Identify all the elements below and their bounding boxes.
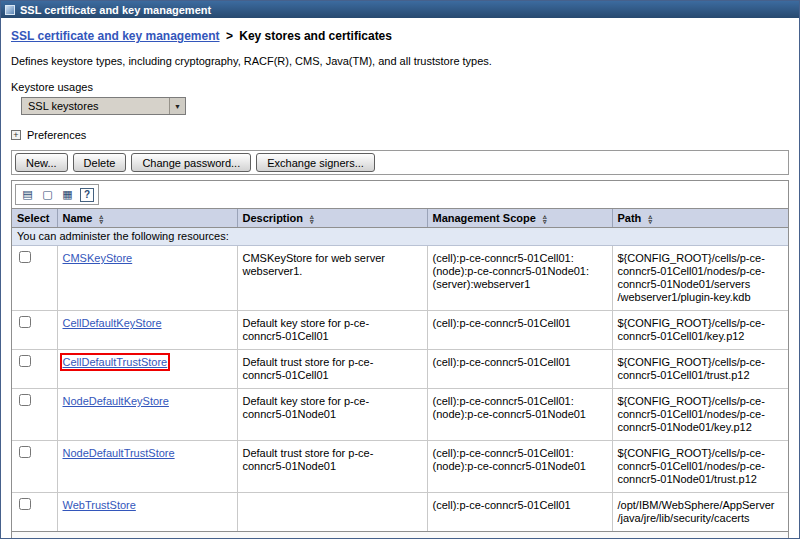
select-all-icon[interactable]: ▤ xyxy=(20,187,35,202)
description-cell: Default trust store for p-ce- conncr5-01… xyxy=(237,441,427,493)
table-header-row: Select Name ▵▿ Description ▵▿ Management… xyxy=(12,209,788,228)
app-window: SSL certificate and key management SSL c… xyxy=(0,0,800,539)
expand-icon[interactable]: + xyxy=(11,130,21,140)
keystore-link[interactable]: CellDefaultKeyStore xyxy=(63,317,162,329)
admin-note: You can administer the following resourc… xyxy=(12,228,788,246)
deselect-all-icon[interactable]: ▢ xyxy=(40,187,55,202)
page-content: SSL certificate and key management > Key… xyxy=(1,18,799,539)
select-cell xyxy=(12,311,57,350)
row-checkbox[interactable] xyxy=(19,446,31,458)
new-button[interactable]: New... xyxy=(15,153,68,172)
scope-cell: (cell):p-ce-conncr5-01Cell01 xyxy=(427,311,612,350)
sort-icon[interactable]: ▵▿ xyxy=(310,214,314,224)
header-path: Path ▵▿ xyxy=(612,209,788,228)
breadcrumb-link[interactable]: SSL certificate and key management xyxy=(11,29,220,43)
breadcrumb-separator: > xyxy=(226,29,233,43)
scope-cell: (cell):p-ce-conncr5-01Cell01: (node):p-c… xyxy=(427,246,612,311)
description-cell xyxy=(237,493,427,532)
table-row: NodeDefaultTrustStore Default trust stor… xyxy=(12,441,788,493)
row-checkbox[interactable] xyxy=(19,498,31,510)
row-checkbox[interactable] xyxy=(19,394,31,406)
description-cell: Default key store for p-ce- conncr5-01Ce… xyxy=(237,311,427,350)
keystore-link[interactable]: NodeDefaultTrustStore xyxy=(63,447,175,459)
scope-cell: (cell):p-ce-conncr5-01Cell01 xyxy=(427,350,612,389)
keystore-link[interactable]: WebTrustStore xyxy=(63,499,136,511)
keystores-table: Select Name ▵▿ Description ▵▿ Management… xyxy=(12,209,788,531)
path-cell: ${CONFIG_ROOT}/cells/p-ce- conncr5-01Cel… xyxy=(612,246,788,311)
path-cell: /opt/IBM/WebSphere/AppServer /java/jre/l… xyxy=(612,493,788,532)
select-cell xyxy=(12,246,57,311)
sort-icon[interactable]: ▵▿ xyxy=(648,214,652,224)
sort-icon[interactable]: ▵▿ xyxy=(543,214,547,224)
preferences-section[interactable]: + Preferences xyxy=(11,129,789,141)
table-row: CMSKeyStore CMSKeyStore for web server w… xyxy=(12,246,788,311)
description-cell: Default key store for p-ce- conncr5-01No… xyxy=(237,389,427,441)
breadcrumb: SSL certificate and key management > Key… xyxy=(11,29,789,43)
table-row: WebTrustStore (cell):p-ce-conncr5-01Cell… xyxy=(12,493,788,532)
admin-note-row: You can administer the following resourc… xyxy=(12,228,788,246)
keystore-usages-label: Keystore usages xyxy=(11,81,789,93)
select-cell xyxy=(12,389,57,441)
scope-cell: (cell):p-ce-conncr5-01Cell01: (node):p-c… xyxy=(427,389,612,441)
filter-icon[interactable]: ▦ xyxy=(60,187,75,202)
path-cell: ${CONFIG_ROOT}/cells/p-ce- conncr5-01Cel… xyxy=(612,311,788,350)
description-cell: Default trust store for p-ce- conncr5-01… xyxy=(237,350,427,389)
window-title: SSL certificate and key management xyxy=(20,4,211,16)
help-icon[interactable]: ? xyxy=(80,188,94,202)
select-cell xyxy=(12,350,57,389)
header-select: Select xyxy=(12,209,57,228)
select-cell xyxy=(12,441,57,493)
keystores-table-frame: ▤ ▢ ▦ ? Select Name ▵▿ Descri xyxy=(11,180,789,532)
keystore-link[interactable]: CMSKeyStore xyxy=(63,252,133,264)
name-cell: NodeDefaultKeyStore xyxy=(57,389,237,441)
scope-cell: (cell):p-ce-conncr5-01Cell01: (node):p-c… xyxy=(427,441,612,493)
name-cell: CellDefaultKeyStore xyxy=(57,311,237,350)
window-titlebar: SSL certificate and key management xyxy=(1,1,799,18)
action-button-bar: New... Delete Change password... Exchang… xyxy=(11,150,789,175)
header-description: Description ▵▿ xyxy=(237,209,427,228)
select-value: SSL keystores xyxy=(28,100,99,112)
table-toolbar: ▤ ▢ ▦ ? xyxy=(12,181,788,209)
row-checkbox[interactable] xyxy=(19,251,31,263)
dropdown-arrow-icon[interactable]: ▼ xyxy=(169,98,185,114)
table-toolbar-icons: ▤ ▢ ▦ ? xyxy=(15,184,99,205)
header-management-scope: Management Scope ▵▿ xyxy=(427,209,612,228)
table-row: CellDefaultKeyStore Default key store fo… xyxy=(12,311,788,350)
path-cell: ${CONFIG_ROOT}/cells/p-ce- conncr5-01Cel… xyxy=(612,389,788,441)
preferences-label: Preferences xyxy=(27,129,86,141)
page-description: Defines keystore types, including crypto… xyxy=(11,55,789,67)
exchange-signers-button[interactable]: Exchange signers... xyxy=(256,153,375,172)
description-cell: CMSKeyStore for web server webserver1. xyxy=(237,246,427,311)
name-cell: NodeDefaultTrustStore xyxy=(57,441,237,493)
window-icon xyxy=(5,5,15,15)
row-checkbox[interactable] xyxy=(19,355,31,367)
table-total: Total 6 xyxy=(11,532,789,539)
select-cell xyxy=(12,493,57,532)
keystore-link[interactable]: NodeDefaultKeyStore xyxy=(63,395,169,407)
keystore-link-highlighted[interactable]: CellDefaultTrustStore xyxy=(63,356,168,368)
name-cell: CMSKeyStore xyxy=(57,246,237,311)
page-title: Key stores and certificates xyxy=(239,29,392,43)
name-cell: CellDefaultTrustStore xyxy=(57,350,237,389)
path-cell: ${CONFIG_ROOT}/cells/p-ce- conncr5-01Cel… xyxy=(612,350,788,389)
delete-button[interactable]: Delete xyxy=(73,153,127,172)
row-checkbox[interactable] xyxy=(19,316,31,328)
header-name: Name ▵▿ xyxy=(57,209,237,228)
table-row: CellDefaultTrustStore Default trust stor… xyxy=(12,350,788,389)
path-cell: ${CONFIG_ROOT}/cells/p-ce- conncr5-01Cel… xyxy=(612,441,788,493)
sort-icon[interactable]: ▵▿ xyxy=(100,214,104,224)
scope-cell: (cell):p-ce-conncr5-01Cell01 xyxy=(427,493,612,532)
table-row: NodeDefaultKeyStore Default key store fo… xyxy=(12,389,788,441)
name-cell: WebTrustStore xyxy=(57,493,237,532)
keystore-usages-select[interactable]: SSL keystores ▼ xyxy=(21,97,186,115)
change-password-button[interactable]: Change password... xyxy=(131,153,251,172)
